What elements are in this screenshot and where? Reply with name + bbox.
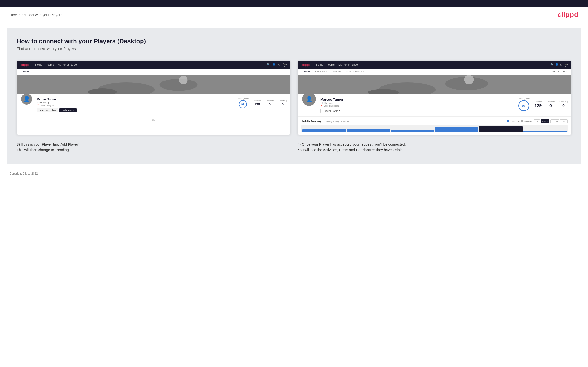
player-select-2[interactable]: Marcus Turner ▾ — [552, 69, 568, 75]
activities-value-2: 129 — [534, 103, 542, 108]
profile-section-1: 👤 Marcus Turner 1-5 Handicap 📍 United Ki… — [17, 94, 290, 116]
footer: Copyright Clippd 2022 — [0, 169, 588, 178]
activities-stat-2: Activities 129 — [534, 101, 542, 108]
tab-activities-2[interactable]: Activities — [329, 69, 343, 75]
activities-label-1: Activities — [253, 100, 261, 102]
offcourse-dot — [521, 120, 523, 122]
location-icon-2: 📍 — [320, 105, 323, 107]
remove-player-button[interactable]: Remove Player ✕ — [320, 108, 343, 113]
quality-label-2: Player Quality — [518, 98, 530, 100]
tab-bar-2: Profile Dashboard Activities What To Wor… — [298, 69, 571, 75]
description-right: 4) Once your Player has accepted your re… — [298, 142, 571, 152]
stats-row-1: Player Quality 92 Activities 129 Followe… — [237, 98, 287, 108]
nav-home-1[interactable]: Home — [35, 63, 42, 66]
following-value-1: 0 — [278, 102, 287, 106]
followers-value-2: 0 — [547, 103, 555, 108]
action-buttons-2: Remove Player ✕ — [320, 108, 514, 113]
main-content: How to connect with your Players (Deskto… — [7, 28, 581, 164]
activity-subtitle: Monthly Activity · 6 Months — [325, 120, 350, 123]
header-divider — [9, 23, 579, 23]
app-nav-2: clippd Home Teams My Performance 🔍 👤 ⚙ 🏴 — [298, 61, 571, 69]
chart-bar-6 — [523, 131, 567, 132]
avatar-icon-2: 👤 — [306, 96, 312, 102]
nav-myperformance-2[interactable]: My Performance — [338, 63, 358, 66]
location-icon-1: 📍 — [37, 104, 39, 107]
tab-dashboard-2[interactable]: Dashboard — [313, 69, 329, 75]
quality-label-1: Player Quality — [237, 98, 249, 100]
tab-profile-2[interactable]: Profile — [301, 69, 313, 75]
player-name-1: Marcus Turner — [37, 98, 233, 101]
activity-section-2: Activity Summary Monthly Activity · 6 Mo… — [298, 117, 571, 135]
request-follow-button-1[interactable]: Request to Follow — [37, 108, 58, 112]
following-value-2: 0 — [560, 103, 568, 108]
nav-teams-1[interactable]: Teams — [46, 63, 54, 66]
settings-icon-2[interactable]: ⚙ — [560, 63, 562, 66]
chart-bar-5 — [479, 126, 523, 133]
quality-stat-1: Player Quality 92 — [237, 98, 249, 108]
time-1mth[interactable]: 1 mth — [560, 119, 568, 123]
player-name-2: Marcus Turner — [320, 98, 514, 101]
chart-bar-2 — [346, 128, 390, 133]
offcourse-label: Off course — [524, 120, 533, 122]
followers-label-2: Followers — [547, 101, 555, 103]
search-icon-2[interactable]: 🔍 — [550, 63, 554, 66]
tab-profile-1[interactable]: Profile — [20, 69, 32, 75]
avatar-icon-1: 👤 — [24, 96, 30, 102]
quality-circle-1: 92 — [239, 100, 247, 108]
player-location-2: 📍 United Kingdom — [320, 105, 514, 107]
following-label-2: Following — [560, 101, 568, 103]
followers-value-1: 0 — [266, 102, 274, 106]
svg-point-2 — [160, 79, 198, 91]
flag-icon-1[interactable]: 🏴 — [283, 63, 287, 67]
header-title: How to connect with your Players — [9, 13, 62, 17]
activity-header-2: Activity Summary Monthly Activity · 6 Mo… — [301, 119, 568, 123]
flag-icon-2[interactable]: 🏴 — [564, 63, 568, 67]
time-3mths[interactable]: 3 mths — [550, 119, 559, 123]
nav-myperformance-1[interactable]: My Performance — [58, 63, 77, 66]
quality-circle-2: 92 — [518, 100, 529, 111]
header: How to connect with your Players clippd — [0, 7, 588, 23]
nav-home-2[interactable]: Home — [316, 63, 323, 66]
activities-label-2: Activities — [534, 101, 542, 103]
player-handicap-1: 1-5 Handicap — [37, 101, 233, 104]
followers-stat-1: Followers 0 — [266, 100, 274, 106]
tab-whattoon-2[interactable]: What To Work On — [344, 69, 367, 75]
svg-point-3 — [179, 76, 188, 84]
followers-stat-2: Followers 0 — [547, 101, 555, 108]
descriptions-row: 3) If this is your Player tap, 'Add Play… — [17, 142, 571, 152]
activities-value-1: 129 — [253, 102, 261, 106]
user-icon-2[interactable]: 👤 — [555, 63, 559, 66]
oncourse-dot — [507, 120, 509, 122]
screenshot-footer-1: ✏ — [17, 116, 290, 125]
logo: clippd — [558, 11, 579, 18]
screenshot-2: clippd Home Teams My Performance 🔍 👤 ⚙ 🏴… — [298, 61, 571, 135]
close-icon: ✕ — [339, 109, 341, 112]
activities-stat-1: Activities 129 — [253, 100, 261, 106]
nav-teams-2[interactable]: Teams — [327, 63, 335, 66]
edit-icon-1: ✏ — [152, 118, 155, 123]
profile-banner-2 — [298, 75, 571, 94]
following-stat-1: Following 0 — [278, 100, 287, 106]
time-1yr[interactable]: 1 yr — [534, 119, 540, 123]
copyright: Copyright Clippd 2022 — [9, 172, 38, 175]
stats-row-2: Player Quality 92 Activities 129 Followe… — [518, 98, 568, 111]
oncourse-label: On course — [511, 120, 520, 122]
time-6mths[interactable]: 6 mths — [541, 119, 549, 123]
action-buttons-1: Request to Follow Add Player + — [37, 108, 233, 112]
tab-bar-1: Profile — [17, 69, 290, 75]
page-heading: How to connect with your Players (Deskto… — [17, 38, 571, 45]
app-nav-1: clippd Home Teams My Performance 🔍 👤 ⚙ 🏴 — [17, 61, 290, 69]
user-icon-1[interactable]: 👤 — [272, 63, 276, 66]
add-player-button-1[interactable]: Add Player + — [60, 108, 77, 112]
settings-icon-1[interactable]: ⚙ — [278, 63, 280, 66]
screenshot-1: clippd Home Teams My Performance 🔍 👤 ⚙ 🏴… — [17, 61, 290, 135]
nav-logo-1: clippd — [20, 63, 29, 67]
top-bar — [0, 0, 588, 7]
profile-section-2: 👤 Marcus Turner 1-5 Handicap 📍 United Ki… — [298, 94, 571, 117]
time-controls: On course Off course 1 yr 6 mths 3 mths … — [507, 119, 568, 123]
page-subheading: Find and connect with your Players — [17, 47, 571, 51]
profile-banner-1 — [17, 75, 290, 94]
profile-info-2: Marcus Turner 1-5 Handicap 📍 United King… — [320, 98, 514, 113]
description-left-text: 3) If this is your Player tap, 'Add Play… — [17, 142, 290, 152]
search-icon-1[interactable]: 🔍 — [267, 63, 270, 66]
